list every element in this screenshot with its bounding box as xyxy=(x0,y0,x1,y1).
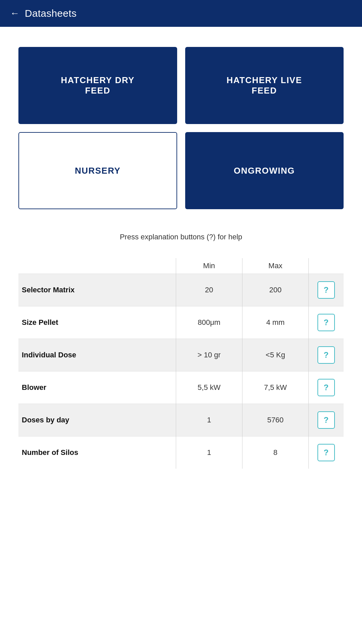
table-row: Selector Matrix20200? xyxy=(18,274,344,306)
table-row: Doses by day15760? xyxy=(18,404,344,436)
row-max: 7,5 kW xyxy=(242,371,308,404)
row-min: 800μm xyxy=(176,306,242,339)
row-label: Selector Matrix xyxy=(18,274,176,306)
table-row: Size Pellet800μm4 mm? xyxy=(18,306,344,339)
row-max: <5 Kg xyxy=(242,339,308,371)
row-label: Individual Dose xyxy=(18,339,176,371)
row-min: 5,5 kW xyxy=(176,371,242,404)
col-header-help xyxy=(308,258,344,274)
row-max: 5760 xyxy=(242,404,308,436)
header-title: Datasheets xyxy=(25,8,77,19)
category-btn-ongrowing[interactable]: ONGROWING xyxy=(185,132,344,209)
row-label: Doses by day xyxy=(18,404,176,436)
row-min: 1 xyxy=(176,436,242,469)
col-header-min: Min xyxy=(176,258,242,274)
col-header-max: Max xyxy=(242,258,308,274)
row-help-cell: ? xyxy=(308,436,344,469)
row-max: 8 xyxy=(242,436,308,469)
category-btn-hatchery-live-feed[interactable]: HATCHERY LIVE FEED xyxy=(185,47,344,124)
help-button[interactable]: ? xyxy=(317,411,335,429)
category-btn-hatchery-dry-feed[interactable]: HATCHERY DRY FEED xyxy=(18,47,177,124)
row-help-cell: ? xyxy=(308,306,344,339)
data-table: Min Max Selector Matrix20200?Size Pellet… xyxy=(18,258,344,469)
help-button[interactable]: ? xyxy=(317,346,335,364)
row-min: > 10 gr xyxy=(176,339,242,371)
category-btn-nursery[interactable]: NURSERY xyxy=(18,132,177,209)
row-label: Size Pellet xyxy=(18,306,176,339)
row-label: Number of Silos xyxy=(18,436,176,469)
row-min: 1 xyxy=(176,404,242,436)
help-button[interactable]: ? xyxy=(317,281,335,299)
category-grid: HATCHERY DRY FEED HATCHERY LIVE FEED NUR… xyxy=(18,47,344,209)
row-label: Blower xyxy=(18,371,176,404)
help-button[interactable]: ? xyxy=(317,314,335,331)
row-help-cell: ? xyxy=(308,371,344,404)
table-row: Blower5,5 kW7,5 kW? xyxy=(18,371,344,404)
row-help-cell: ? xyxy=(308,274,344,306)
table-row: Individual Dose> 10 gr<5 Kg? xyxy=(18,339,344,371)
row-help-cell: ? xyxy=(308,339,344,371)
row-min: 20 xyxy=(176,274,242,306)
row-help-cell: ? xyxy=(308,404,344,436)
row-max: 4 mm xyxy=(242,306,308,339)
help-button[interactable]: ? xyxy=(317,379,335,396)
header: ← Datasheets xyxy=(0,0,362,27)
main-content: HATCHERY DRY FEED HATCHERY LIVE FEED NUR… xyxy=(0,27,362,489)
back-button[interactable]: ← xyxy=(10,8,19,19)
help-text: Press explanation buttons (?) for help xyxy=(18,233,344,241)
table-row: Number of Silos18? xyxy=(18,436,344,469)
help-button[interactable]: ? xyxy=(317,444,335,461)
row-max: 200 xyxy=(242,274,308,306)
col-header-label xyxy=(18,258,176,274)
